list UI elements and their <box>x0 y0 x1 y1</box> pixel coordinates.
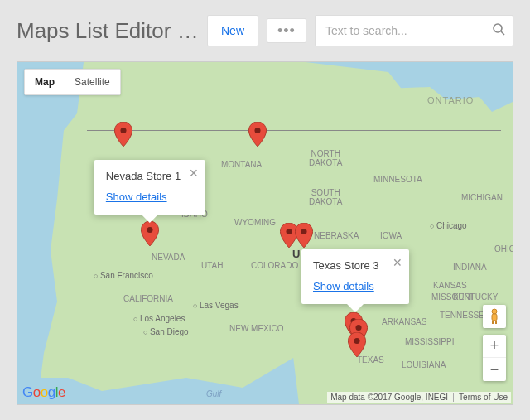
zoom-control: + − <box>483 335 506 381</box>
svg-point-8 <box>354 338 359 344</box>
map-pin[interactable] <box>141 221 159 246</box>
state-label: NORTH DAKOTA <box>309 149 342 167</box>
zoom-out-button[interactable]: − <box>483 358 506 381</box>
state-label: MINNESOTA <box>373 175 422 184</box>
state-label: KANSAS <box>433 281 467 290</box>
city-label: Chicago <box>430 221 467 230</box>
map-type-satellite[interactable]: Satellite <box>65 70 120 94</box>
state-label: ARKANSAS <box>382 317 426 326</box>
state-label: CALIFORNIA <box>123 294 173 303</box>
close-icon[interactable]: ✕ <box>393 256 402 269</box>
svg-rect-11 <box>492 314 497 321</box>
svg-point-4 <box>286 229 292 234</box>
search-input[interactable] <box>315 15 513 46</box>
svg-point-3 <box>254 128 260 133</box>
city-label: Las Vegas <box>193 301 238 310</box>
info-window: ✕Texas Store 3Show details <box>301 249 409 304</box>
state-label: SOUTH DAKOTA <box>309 188 342 206</box>
info-window-title: Nevada Store 1 <box>106 170 181 182</box>
svg-point-7 <box>355 325 361 331</box>
svg-point-5 <box>301 229 306 234</box>
map-pin[interactable] <box>295 223 313 248</box>
page-title: Maps List Editor D... <box>17 18 199 44</box>
state-label: LOUISIANA <box>402 360 446 369</box>
state-label: NEW MEXICO <box>229 324 284 333</box>
map-type-map[interactable]: Map <box>25 70 65 94</box>
state-label: MICHIGAN <box>461 193 503 202</box>
ocean-decor <box>17 62 84 404</box>
pegman-control[interactable] <box>483 305 506 328</box>
map-attribution: Map data ©2017 Google, INEGI Terms of Us… <box>327 392 511 403</box>
water-label: Gulf <box>206 389 221 398</box>
show-details-link[interactable]: Show details <box>106 191 181 203</box>
map-data-text: Map data ©2017 Google, INEGI <box>330 393 448 402</box>
state-label: IOWA <box>380 231 402 240</box>
state-label: OHIO <box>494 244 513 253</box>
svg-point-9 <box>147 227 152 233</box>
show-details-link[interactable]: Show details <box>313 280 384 292</box>
ocean-decor <box>306 62 513 162</box>
city-label: Los Angeles <box>133 314 185 323</box>
state-label: NEVADA <box>152 253 185 262</box>
google-logo: Google <box>22 384 65 401</box>
toolbar: Maps List Editor D... New ••• <box>0 0 530 61</box>
state-label: COLORADO <box>251 261 298 270</box>
border-decor <box>87 130 501 131</box>
city-label: San Diego <box>143 327 189 336</box>
map-pin[interactable] <box>348 332 366 357</box>
region-label: ONTARIO <box>427 95 474 105</box>
zoom-in-button[interactable]: + <box>483 335 506 358</box>
new-button[interactable]: New <box>207 15 258 46</box>
info-window: ✕Nevada Store 1Show details <box>94 160 205 215</box>
terms-link[interactable]: Terms of Use <box>459 393 508 402</box>
more-actions-button[interactable]: ••• <box>267 18 306 43</box>
svg-point-10 <box>492 309 497 314</box>
state-label: MISSISSIPPI <box>405 337 454 346</box>
city-label: San Francisco <box>94 271 153 280</box>
map-type-control: Map Satellite <box>24 69 121 95</box>
svg-point-2 <box>120 128 126 133</box>
state-label: UTAH <box>201 261 223 270</box>
state-label: NEBRASKA <box>314 231 359 240</box>
state-label: WYOMING <box>234 218 276 227</box>
info-window-title: Texas Store 3 <box>313 259 384 272</box>
map-pin[interactable] <box>114 122 132 147</box>
search-container <box>315 15 513 46</box>
state-label: MONTANA <box>221 160 262 169</box>
close-icon[interactable]: ✕ <box>189 167 199 180</box>
state-label: INDIANA <box>453 263 487 272</box>
ellipsis-icon: ••• <box>277 27 296 34</box>
state-label: KENTUCKY <box>453 292 498 302</box>
map-canvas[interactable]: Map Satellite ONTARIO Un MONTANA NORTH D… <box>17 61 513 405</box>
map-pin[interactable] <box>248 122 267 147</box>
